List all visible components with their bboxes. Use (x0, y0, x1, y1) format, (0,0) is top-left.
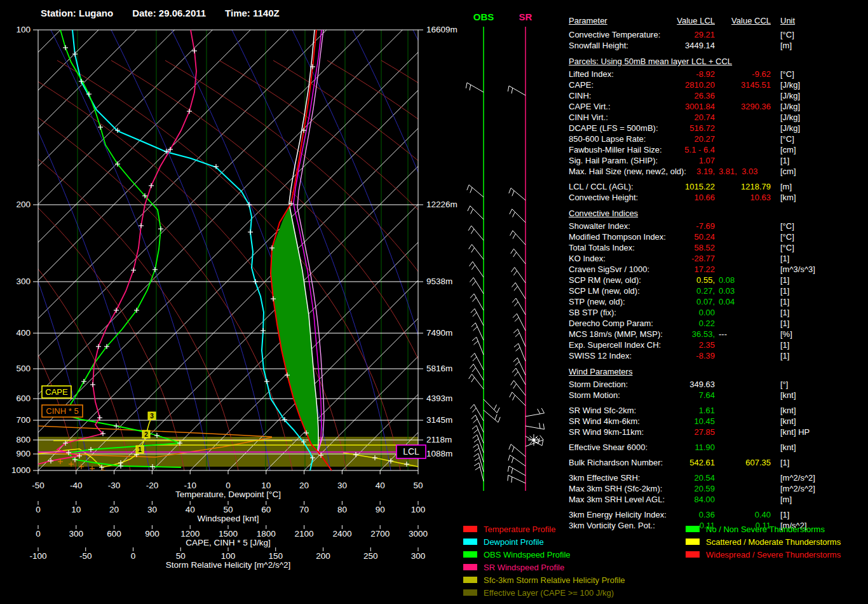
unit-label: [1] (780, 307, 789, 318)
wind-barb-tick (473, 341, 478, 345)
section-title: Convective Indices (569, 208, 868, 219)
parameter-row: Convective Temperature:29.21[°C] (559, 29, 868, 40)
unit-label: [m^3/s^3] (780, 264, 815, 275)
wind-barb (473, 278, 484, 294)
parameter-label: SCP LM (new, old): (569, 285, 640, 296)
value-ccl: 607.35 (659, 457, 771, 468)
wind-barb (475, 415, 484, 432)
wind-barb-tick (469, 261, 472, 266)
parameter-label: KO Index: (569, 253, 606, 264)
srh-level-badge-label: 2 (144, 431, 148, 438)
moist-adiabat-line (51, 30, 210, 470)
axis-title: Temperature, Dewpoint [°C] (175, 490, 281, 499)
profile-legend-item: Dewpoint Profile (463, 535, 673, 548)
axis-tick-label: 50 (223, 505, 233, 514)
srh-level-badge-label: 3 (150, 413, 154, 420)
legend-swatch-icon (463, 589, 477, 596)
value-lcl: 0.00 (632, 307, 715, 318)
wind-barb (515, 283, 526, 299)
value-lcl: 516.72 (632, 123, 715, 134)
value-ccl: 3.81, 3.03 (719, 166, 789, 177)
isotherm-line (0, 30, 250, 470)
unit-label: [°C] (780, 29, 794, 40)
unit-label: [J/kg] (780, 123, 800, 134)
parameter-label: SB STP (fix): (569, 307, 616, 318)
wind-barb-tick (471, 229, 474, 234)
dry-adiabat-line (327, 60, 559, 470)
wind-barb-tick (470, 364, 473, 369)
wind-barb (514, 249, 526, 264)
value-lcl: 20.74 (632, 112, 715, 123)
wind-barb-tick (513, 384, 517, 389)
wind-barb (526, 413, 545, 416)
value-lcl: 27.85 (632, 427, 715, 437)
parameter-row: SR Wind 4km-6km:10.45[knt] (559, 416, 868, 427)
legend-swatch-icon (686, 539, 700, 545)
skewt-chart: 10016609m20012226m3009538m4007490m500581… (0, 0, 559, 604)
unit-label: [%] (780, 329, 792, 340)
wind-barb-tick (515, 362, 519, 366)
wind-barb-tick (494, 404, 497, 409)
value-lcl: 1.07 (632, 155, 715, 166)
wind-barb-tick (512, 368, 516, 373)
wind-barb-tick (510, 231, 513, 236)
dry-adiabat-line (489, 60, 559, 470)
wind-barb (472, 244, 484, 259)
parameter-row: Max 3km SRH (Sfc-2km):20.59[m^2/s^2] (559, 483, 868, 494)
dry-adiabat-line (165, 60, 508, 470)
wind-barb (512, 209, 526, 223)
wind-barb-tick (470, 85, 471, 90)
isotherm-line (0, 30, 440, 470)
wind-barb-tick (541, 408, 544, 413)
wind-barb-tick (466, 83, 467, 88)
legend-label: Dewpoint Profile (484, 537, 544, 547)
axis-tick-label: 2700 (370, 529, 390, 539)
dry-adiabat-line (219, 60, 559, 470)
unit-label: [1] (780, 318, 789, 329)
wind-barb-tick (508, 455, 510, 461)
dry-adiabat-line (435, 60, 559, 470)
value-lcl: 84.00 (632, 494, 715, 505)
lcl-label-box-label: LCL (403, 446, 419, 456)
value-ccl: -9.62 (659, 69, 771, 79)
dry-adiabat-line (543, 60, 559, 470)
axis-tick-label: 0 (131, 551, 136, 561)
axis-tick-label: 150 (268, 551, 283, 561)
axis-tick-label: 0 (36, 505, 41, 514)
panel-body: Convective Temperature:29.21[°C]Snowfall… (559, 29, 868, 531)
unit-label: [°C] (780, 134, 794, 144)
value-lcl: 0.27, (632, 285, 715, 296)
value-lcl: 36.53, (632, 329, 715, 340)
value-lcl: 20.27 (632, 134, 715, 144)
parameter-row: SCP LM (new, old):0.27,0.03[1] (559, 285, 868, 296)
axis-tick-label: 100 (221, 551, 236, 561)
pressure-axis-label: 900 (16, 449, 31, 458)
parameter-row: 3km Effective SRH:20.54[m^2/s^2] (559, 472, 868, 483)
value-ccl: 0.40 (659, 509, 771, 520)
altitude-axis-label: 16609m (426, 25, 458, 34)
legend-label: Effective Layer (CAPE >= 100 J/kg) (484, 588, 614, 598)
wind-barb (477, 337, 484, 355)
wind-barb-tick (510, 392, 512, 397)
legend-label: Temperature Profile (484, 525, 555, 534)
parameter-row: 3km Energy Helicity Index:0.360.40[1] (559, 509, 868, 520)
altitude-axis-label: 12226m (426, 200, 458, 209)
altitude-axis-label: 7490m (426, 328, 452, 338)
pressure-axis-label: 1000 (11, 465, 31, 475)
wind-barb (478, 444, 484, 462)
unit-label: [knt] (780, 390, 796, 401)
wind-barb (474, 294, 484, 310)
unit-label: [1] (780, 296, 789, 307)
axis-tick-label: -50 (32, 481, 44, 490)
wind-barb-tick (513, 234, 515, 239)
wind-barb-tick (473, 435, 477, 439)
pressure-axis-label: 700 (16, 415, 31, 425)
wind-barb (515, 267, 526, 283)
wind-barb-tick (513, 252, 517, 257)
value-ccl: --- (719, 329, 789, 340)
value-ccl: 0.03 (719, 285, 789, 296)
unit-label: [1] (780, 155, 789, 166)
parameter-row: DCAPE (LFS = 500mB):516.72[J/kg] (559, 123, 868, 134)
legend-swatch-icon (463, 526, 477, 532)
parameter-row: Convective Height:10.6610.63[km] (559, 192, 868, 203)
